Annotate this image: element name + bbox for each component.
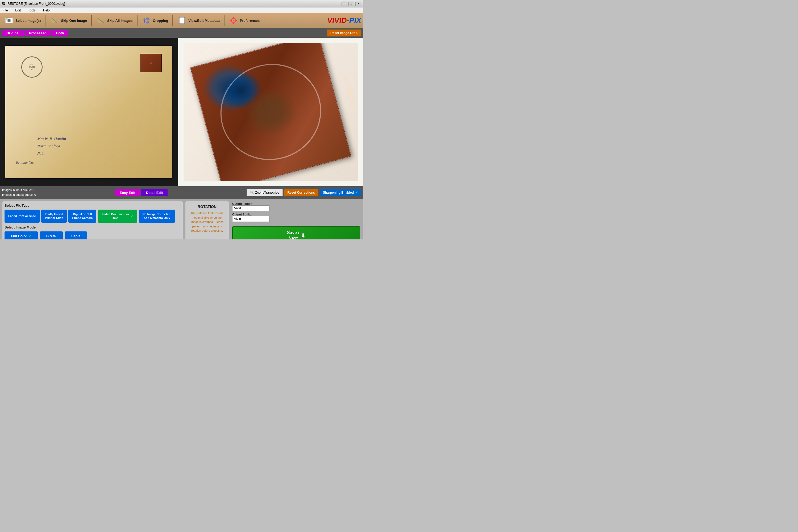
view-metadata-label: View/Edit Metadata xyxy=(188,19,220,23)
preferences-button[interactable]: Preferences xyxy=(227,15,262,26)
skip-all-icon xyxy=(96,16,106,25)
fix-type-title: Select Fix Type xyxy=(4,204,180,208)
faded-doc-label: Faded Document orText xyxy=(101,212,129,220)
toolbar-sep-1 xyxy=(45,15,45,26)
sepia-button[interactable]: Sepia xyxy=(65,231,87,240)
address-line1: Mrs W. B. Hamlin xyxy=(37,135,66,142)
svg-point-17 xyxy=(233,20,234,21)
full-color-button[interactable]: Full Color ✓ xyxy=(4,231,38,240)
badly-faded-print-button[interactable]: Badly FadedPrint or Slide xyxy=(41,210,67,223)
output-suffix-row: Output Suffix: xyxy=(232,213,360,222)
vivid-pix-logo: VIVID-PIX xyxy=(327,16,361,25)
rotation-panel: ROTATION The Rotation features are not a… xyxy=(185,201,229,240)
svg-point-2 xyxy=(8,19,11,22)
sharpening-checkmark: ✓ xyxy=(355,190,358,195)
skip-all-label: Skip All Images xyxy=(107,19,133,23)
view-mode-area: Original Processed Both xyxy=(2,30,326,36)
maximize-button[interactable]: □ xyxy=(348,2,354,6)
skip-one-label: Skip One Image xyxy=(61,19,87,23)
output-suffix-label: Output Suffix: xyxy=(232,213,360,216)
queue-info: Images in input queue: 0 Images in outpu… xyxy=(2,188,36,197)
image-mode-buttons: Full Color ✓ B & W Sepia xyxy=(4,231,180,240)
select-images-icon xyxy=(4,16,14,25)
select-images-button[interactable]: Select Image(s) xyxy=(2,15,43,26)
processed-button[interactable]: Processed xyxy=(25,30,51,36)
zoom-icon: 🔍 xyxy=(250,191,254,194)
image-mode-title: Select Image Mode xyxy=(4,225,180,229)
title-bar: 🖼 RESTORE [Envelope Front_00001A.jpg] — … xyxy=(0,0,363,7)
toolbar: Select Image(s) Skip One Image Skip All … xyxy=(0,13,363,28)
full-color-label: Full Color xyxy=(11,234,27,238)
input-queue: Images in input queue: 0 xyxy=(2,188,36,193)
select-images-label: Select Image(s) xyxy=(15,19,41,23)
cropping-button[interactable]: Cropping xyxy=(140,15,171,26)
view-metadata-icon xyxy=(177,16,187,25)
output-folder-row: Output Folder: xyxy=(232,202,360,211)
rotation-message: The Rotation features are not available … xyxy=(189,211,226,233)
output-fields: Output Folder: Output Suffix: xyxy=(232,202,360,222)
address-county: Broome Co. xyxy=(16,161,34,165)
detail-edit-button[interactable]: Detail Edit xyxy=(141,189,168,196)
zoom-label: Zoom/Transcribe xyxy=(255,191,279,194)
skip-all-button[interactable]: Skip All Images xyxy=(94,15,135,26)
status-bar: Images in input queue: 0 Images in outpu… xyxy=(0,186,363,199)
fix-type-buttons: Faded Print or Slide Badly FadedPrint or… xyxy=(4,210,180,223)
toolbar-sep-3 xyxy=(137,15,137,26)
stamp-large: UNITED STATES POSTAGE TWO CENTS 2 CENTS xyxy=(190,43,352,181)
title-bar-left: 🖼 RESTORE [Envelope Front_00001A.jpg] xyxy=(2,2,65,5)
output-folder-input[interactable] xyxy=(232,205,269,211)
faded-document-button[interactable]: Faded Document orText ✓ xyxy=(98,210,137,223)
original-button[interactable]: Original xyxy=(2,30,24,36)
address-line2: North Sanford xyxy=(37,142,66,150)
logo-dash: - xyxy=(347,16,349,24)
no-correction-button[interactable]: No Image CorrectionAdd Metadata Only xyxy=(139,210,175,223)
fix-type-panel: Select Fix Type Faded Print or Slide Bad… xyxy=(2,201,183,240)
title-text: RESTORE [Envelope Front_00001A.jpg] xyxy=(7,2,65,5)
preferences-label: Preferences xyxy=(240,19,260,23)
original-image-panel: N.Y. MAR 80 2¢ Mrs W. B. Hamlin North Sa… xyxy=(0,38,178,186)
stamp-text-right: 2 CENTS xyxy=(342,75,357,108)
reset-corrections-button[interactable]: Reset Corrections xyxy=(284,189,318,196)
bw-button[interactable]: B & W xyxy=(40,231,63,240)
stamp-zoomed-view: UNITED STATES POSTAGE TWO CENTS 2 CENTS xyxy=(184,43,358,181)
faded-doc-check: ✓ xyxy=(130,214,134,218)
full-color-check: ✓ xyxy=(28,234,32,238)
output-folder-label: Output Folder: xyxy=(232,202,360,205)
toolbar-sep-4 xyxy=(172,15,173,26)
main-image-area: N.Y. MAR 80 2¢ Mrs W. B. Hamlin North Sa… xyxy=(0,38,363,186)
save-next-arrow-icon: ⬇ xyxy=(301,232,305,239)
save-next-label: Save /Next xyxy=(287,230,299,240)
app-icon: 🖼 xyxy=(2,2,5,5)
menu-tools[interactable]: Tools xyxy=(26,8,37,13)
menu-file[interactable]: File xyxy=(1,8,9,13)
easy-edit-button[interactable]: Easy Edit xyxy=(115,189,140,196)
logo-vivid: VIVID xyxy=(327,16,347,24)
digital-cell-button[interactable]: Digital or CellPhone Camera xyxy=(68,210,96,223)
skip-one-icon xyxy=(50,16,59,25)
rotation-title: ROTATION xyxy=(189,205,226,209)
right-controls: 🔍 Zoom/Transcribe Reset Corrections Shar… xyxy=(247,189,361,196)
both-button[interactable]: Both xyxy=(52,30,68,36)
faded-print-button[interactable]: Faded Print or Slide xyxy=(4,210,40,223)
close-button[interactable]: ✕ xyxy=(355,2,361,6)
reset-image-crop-button[interactable]: Reset Image Crop xyxy=(327,30,361,36)
menu-help[interactable]: Help xyxy=(41,8,51,13)
sharpening-label: Sharpening Enabled xyxy=(323,191,354,194)
skip-one-button[interactable]: Skip One Image xyxy=(48,15,89,26)
zoom-transcribe-button[interactable]: 🔍 Zoom/Transcribe xyxy=(247,189,283,196)
toolbar-sep-5 xyxy=(224,15,225,26)
stamp-eagle xyxy=(239,82,303,142)
address-line3: N. Y. xyxy=(37,150,66,157)
window-controls[interactable]: — □ ✕ xyxy=(342,2,361,6)
toolbar-sep-2 xyxy=(91,15,92,26)
cropping-icon xyxy=(142,16,151,25)
view-metadata-button[interactable]: View/Edit Metadata xyxy=(175,15,222,26)
save-next-button[interactable]: Save /Next ⬇ xyxy=(232,226,360,240)
sharpening-enabled-button[interactable]: Sharpening Enabled ✓ xyxy=(320,189,361,196)
svg-rect-12 xyxy=(179,17,185,24)
output-panel: Output Folder: Output Suffix: Save /Next… xyxy=(231,201,361,240)
menu-edit[interactable]: Edit xyxy=(14,8,22,13)
output-suffix-input[interactable] xyxy=(232,216,269,222)
minimize-button[interactable]: — xyxy=(342,2,347,6)
view-buttons-row: Original Processed Both Reset Image Crop xyxy=(0,28,363,38)
